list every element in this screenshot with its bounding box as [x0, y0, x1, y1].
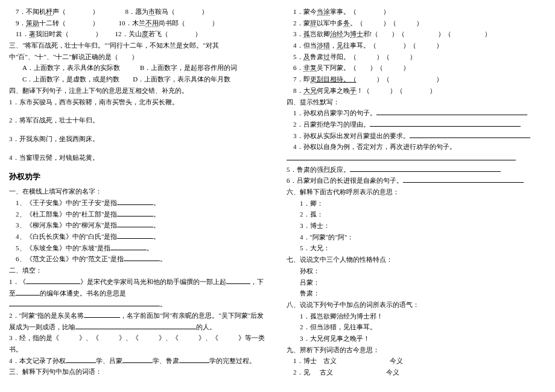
c2-s7-3: 鲁肃： — [287, 288, 546, 299]
c2-s4-6: 6．吕蒙对自己的长进很是自豪的句子。 — [287, 175, 546, 186]
c2-s4-5: 5．鲁肃的强烈反应。 — [287, 164, 546, 175]
q9: 9．策勋十二转（ ） 10．木兰不用尚书郎（ ） — [9, 17, 268, 29]
sq3-5: 5．及鲁肃过寻阳。（ ）（ ） — [287, 51, 546, 63]
sq2-4: 4．本文记录了孙权学、吕蒙学、鲁肃学的完整过程。 — [9, 355, 268, 367]
c2-s6-1: 1．卿： — [287, 198, 546, 209]
c2-s4-4-blank — [287, 153, 546, 164]
sq2-head: 二、填空： — [9, 265, 268, 276]
sq2-3: 3．经，指的是《 》、《 》、《 》、《 》、《 》等一类书。 — [9, 332, 268, 355]
c2-s4-2: 2．吕蒙拒绝学习的理由。 — [287, 119, 546, 130]
spacer — [9, 145, 268, 152]
c2-s8-2: 2．但当涉猎，见往事耳。 — [287, 321, 546, 333]
sq1-4: 4、《白氏长庆集》中的"白氏"是指。 — [9, 231, 268, 242]
sq1-head: 一、在横线上填写作家的名字： — [9, 186, 268, 197]
sq3-2: 2．蒙辞以军中多务。（ ）（ ） — [287, 17, 546, 29]
sq3-1: 1．蒙今当涂掌事。（ ） — [287, 6, 546, 17]
dot-under: 杼 — [46, 8, 52, 16]
sq3-head: 三、解释下列句中加点的词语： — [9, 366, 268, 378]
sq1-2: 2、《杜工部集》中的"杜工部"是指。 — [9, 209, 268, 220]
spacer — [9, 163, 268, 168]
c2-sec8: 八、说说下列句子中加点的词所表示的语气： — [287, 299, 546, 311]
sq1-1: 1、《王子安集》中的"王子安"是指。 — [9, 197, 268, 209]
s4-4: 4．当窗理云鬓，对镜贴花黄。 — [9, 152, 268, 163]
title-sunquan: 孙权劝学 — [9, 170, 268, 183]
sq2-1: 1．《》是宋代史学家司马光和他的助手编撰的一部上起，下至的编年体通史。书名的意思… — [9, 276, 268, 310]
c2-s4-3: 3．孙权从实际出发对吕蒙提出的要求。 — [287, 130, 546, 142]
q7: 7．不闻机杼声（ ） 8．愿为市鞍马（ ） — [9, 6, 268, 17]
c2-s7-1: 孙权： — [287, 265, 546, 277]
sq1-5: 5、《东坡全集》中的"东坡"是指。 — [9, 242, 268, 254]
spacer — [9, 126, 268, 133]
c2-sec9: 九、辨析下列词语的古今意思： — [287, 344, 546, 356]
c2-s6-2: 2．孤： — [287, 209, 546, 220]
c2-sec6: 六、解释下面古代称呼所表示的意思： — [287, 186, 546, 198]
c2-s6-5: 5．大兄： — [287, 242, 546, 254]
c2-s9-2: 2．见 古义 今义 — [287, 367, 546, 378]
sq3-3: 3．孤岂欲卿治经为博士邪!（ ）（ ）（ ） — [287, 28, 546, 40]
options-ab: A．上面数字，表示具体的实际数 B．上面数字，是起形容作用的词 — [9, 62, 268, 74]
options-cd: C．上面数字，是虚数，或是约数 D．上面数字，表示具体的年月数 — [9, 74, 268, 85]
spacer — [9, 107, 268, 115]
c2-s8-1: 1．孤岂欲卿治经为博士邪！ — [287, 311, 546, 322]
s4-2: 2．将军百战死，壮士十年归。 — [9, 115, 268, 126]
c2-s9-1: 1．博士 古义 今义 — [287, 355, 546, 367]
q11: 11．著我旧时裳（ ） 12．关山度若飞（ ） — [9, 28, 268, 40]
c2-q7: 7．即更刮目相待。（ ）（ ） — [287, 74, 546, 85]
c2-s7-2: 吕蒙： — [287, 277, 546, 288]
c2-s4-1: 1．孙权劝吕蒙学习的句子。 — [287, 107, 546, 119]
c2-s8-3: 3．大兄何见事之晚乎！ — [287, 333, 546, 344]
section4-head: 四、翻译下列句子，注意上下句的意思是互相交错、补充的。 — [9, 85, 268, 96]
c2-sec4: 四、提示性默写： — [287, 96, 546, 108]
sq3-4: 4．但当涉猎，见往事耳。（ ）（ ） — [287, 40, 546, 51]
section3: 三、"将军百战死，壮士十年归。""同行十二年，不知木兰是女郎。"对其中"百"、"… — [9, 40, 268, 62]
sq2-2: 2．"阿蒙"指的是东吴名将，名字前面加"阿"有亲昵的意思。"吴下阿蒙"后发展成为… — [9, 310, 268, 332]
s4-1: 1．东市买骏马，西市买鞍鞯，南市买辔头，北市买长鞭。 — [9, 96, 268, 108]
c2-sec7: 七、说说文中三个人物的性格特点： — [287, 254, 546, 265]
c2-s6-3: 3．博士： — [287, 220, 546, 232]
c2-q8: 8．大兄何见事之晚乎！（ ）（ ） — [287, 85, 546, 96]
c2-s4-4: 4．孙权以自身为例，否定对方，再次进行劝学的句子。 — [287, 141, 546, 153]
s4-3: 3．开我东阁门，坐我西阁床。 — [9, 133, 268, 145]
sq1-3: 3、《柳河东集》中的"柳河东"是指。 — [9, 220, 268, 231]
sq3-6: 6．非复吴下阿蒙。（ ）（ ） — [287, 62, 546, 74]
c2-s6-4: 4．"阿蒙"的"阿"： — [287, 232, 546, 243]
sq1-6: 6、《范文正公集》中的"范文正"是指。 — [9, 253, 268, 265]
